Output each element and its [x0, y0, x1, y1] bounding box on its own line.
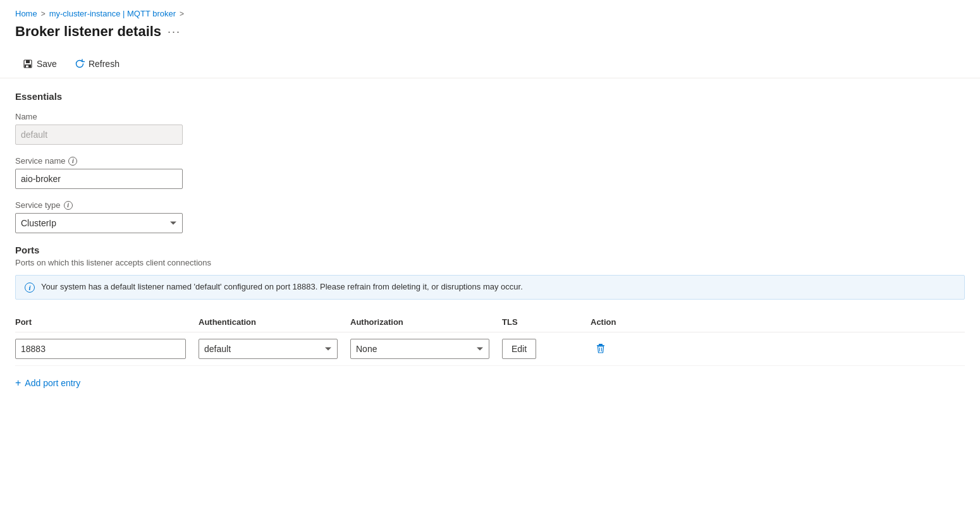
- service-name-input[interactable]: [15, 169, 183, 189]
- port-cell: [15, 339, 199, 359]
- refresh-icon: [75, 59, 85, 69]
- service-type-group: Service type i ClusterIp NodePort LoadBa…: [15, 200, 965, 233]
- page-title-row: Broker listener details ···: [0, 21, 980, 50]
- info-banner-icon: i: [25, 283, 35, 293]
- refresh-label: Refresh: [89, 59, 119, 69]
- service-type-info-icon[interactable]: i: [64, 201, 73, 210]
- ports-title: Ports: [15, 245, 965, 255]
- authentication-select-wrapper: default none: [199, 339, 338, 359]
- authentication-select[interactable]: default none: [199, 339, 338, 359]
- ports-subtitle: Ports on which this listener accepts cli…: [15, 258, 965, 267]
- name-label: Name: [15, 112, 965, 121]
- name-group: Name: [15, 112, 965, 145]
- ports-section: Ports Ports on which this listener accep…: [15, 245, 965, 392]
- breadcrumb-cluster[interactable]: my-cluster-instance | MQTT broker: [49, 9, 176, 18]
- authorization-cell: None default: [350, 339, 502, 359]
- breadcrumb-sep1: >: [41, 9, 46, 18]
- save-label: Save: [37, 59, 57, 69]
- header-tls: TLS: [502, 317, 591, 327]
- svg-rect-3: [26, 66, 28, 68]
- main-content: Essentials Name Service name i Service t…: [0, 78, 980, 405]
- breadcrumb-sep2: >: [180, 9, 184, 18]
- save-button[interactable]: Save: [15, 55, 64, 73]
- info-banner: i Your system has a default listener nam…: [15, 275, 965, 300]
- ports-table: Port Authentication Authorization TLS Ac…: [15, 312, 965, 366]
- header-action: Action: [591, 317, 965, 327]
- action-cell: [591, 341, 965, 358]
- toolbar: Save Refresh: [0, 50, 980, 78]
- svg-rect-4: [599, 344, 603, 345]
- page-title: Broker listener details: [15, 23, 161, 40]
- add-port-button[interactable]: + Add port entry: [15, 374, 80, 392]
- svg-rect-5: [597, 345, 604, 346]
- info-banner-text: Your system has a default listener named…: [41, 282, 523, 291]
- breadcrumb: Home > my-cluster-instance | MQTT broker…: [0, 0, 980, 21]
- essentials-title: Essentials: [15, 91, 965, 102]
- refresh-button[interactable]: Refresh: [67, 55, 127, 73]
- port-input[interactable]: [15, 339, 186, 359]
- service-type-select[interactable]: ClusterIp NodePort LoadBalancer: [15, 213, 183, 233]
- ports-table-header: Port Authentication Authorization TLS Ac…: [15, 312, 965, 332]
- authentication-cell: default none: [199, 339, 350, 359]
- add-port-label: Add port entry: [25, 378, 80, 388]
- tls-edit-button[interactable]: Edit: [502, 339, 536, 359]
- svg-rect-1: [26, 60, 30, 63]
- more-options-button[interactable]: ···: [168, 25, 181, 39]
- service-name-label: Service name i: [15, 156, 965, 166]
- service-type-label: Service type i: [15, 200, 965, 210]
- service-name-info-icon[interactable]: i: [68, 157, 77, 166]
- header-authentication: Authentication: [199, 317, 350, 327]
- name-input[interactable]: [15, 125, 183, 145]
- tls-cell: Edit: [502, 339, 591, 359]
- authorization-select-wrapper: None default: [350, 339, 489, 359]
- breadcrumb-home[interactable]: Home: [15, 9, 37, 18]
- service-name-group: Service name i: [15, 156, 965, 189]
- service-type-select-wrapper: ClusterIp NodePort LoadBalancer: [15, 213, 183, 233]
- add-port-plus-icon: +: [15, 377, 21, 389]
- delete-row-button[interactable]: [591, 341, 611, 358]
- trash-icon: [596, 343, 606, 353]
- save-icon: [23, 59, 33, 69]
- header-port: Port: [15, 317, 199, 327]
- table-row: default none None default Edit: [15, 332, 965, 366]
- authorization-select[interactable]: None default: [350, 339, 489, 359]
- header-authorization: Authorization: [350, 317, 502, 327]
